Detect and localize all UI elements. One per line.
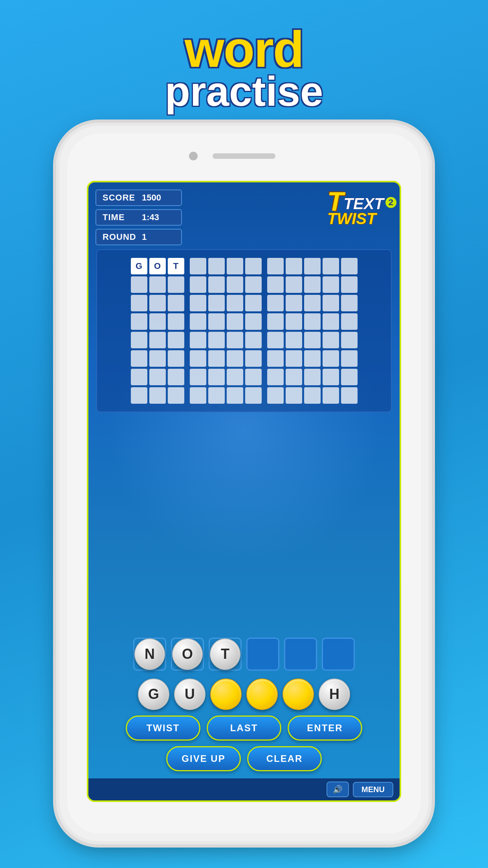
grid-cell: [267, 350, 284, 367]
grid-row: [267, 313, 358, 330]
word-slot-5[interactable]: [284, 638, 317, 671]
grid-row: [131, 350, 184, 367]
grid-cell: [267, 332, 284, 348]
grid-cell: [341, 276, 358, 293]
grid-row: [131, 313, 184, 330]
time-value: 1:43: [142, 212, 159, 223]
letter-n[interactable]: N: [134, 638, 165, 670]
btn-row-bottom: GIVE UP CLEAR: [96, 746, 392, 771]
grid-cell: [190, 295, 206, 311]
grid-cell: [341, 258, 358, 274]
bottom-bar: 🔊 MENU: [88, 778, 400, 800]
grid-cell: [149, 313, 166, 330]
phone-camera: [189, 152, 198, 160]
sound-button[interactable]: 🔊: [327, 782, 349, 797]
grid-row: [190, 387, 262, 404]
grid-col-5: [267, 258, 358, 404]
sound-icon: 🔊: [333, 785, 343, 794]
grid-cell: [341, 295, 358, 311]
word-slot-1[interactable]: N: [133, 638, 166, 671]
grid-cell: [304, 258, 321, 274]
dot-2[interactable]: [246, 679, 278, 710]
grid-row: [190, 350, 262, 367]
letter-h[interactable]: H: [319, 679, 350, 710]
grid-cell: [190, 387, 206, 404]
grid-row: [267, 387, 358, 404]
grid-cell: [245, 295, 262, 311]
grid-cell: [267, 295, 284, 311]
grid-row: [267, 258, 358, 274]
grid-cell: [149, 276, 166, 293]
grid-cell: [168, 313, 184, 330]
grid-cell: [304, 295, 321, 311]
grid-row: G O T: [131, 258, 184, 274]
grid-cell: [208, 276, 225, 293]
grid-cell: [267, 313, 284, 330]
game-screen: SCORE 1500 TIME 1:43 ROUND 1 T TEXT 2: [87, 181, 401, 802]
menu-button[interactable]: MENU: [353, 782, 393, 797]
grid-cell: [208, 350, 225, 367]
grid-cell: [227, 295, 243, 311]
grid-cell: [131, 387, 147, 404]
title-word: word: [165, 24, 323, 75]
twist-button[interactable]: TWIST: [126, 715, 200, 741]
bottom-letters: G U H: [96, 679, 392, 710]
grid-row: [131, 369, 184, 385]
letter-u[interactable]: U: [174, 679, 205, 710]
grid-cell: [323, 276, 339, 293]
grid-cell: [149, 387, 166, 404]
give-up-button[interactable]: GIVE UP: [166, 746, 241, 771]
grid-cell: [323, 332, 339, 348]
phone-speaker: [213, 153, 275, 159]
grid-cell: [245, 276, 262, 293]
round-row: ROUND 1: [95, 229, 182, 245]
word-grid: G O T: [96, 249, 392, 412]
grid-cell: [190, 350, 206, 367]
grid-cell: [245, 387, 262, 404]
grid-cell: [286, 387, 302, 404]
grid-cell: T: [168, 258, 184, 274]
logo-twist-text: TWIST: [327, 211, 376, 226]
grid-cell: [245, 258, 262, 274]
word-slot-6[interactable]: [322, 638, 355, 671]
grid-cell: [190, 369, 206, 385]
letter-g[interactable]: G: [138, 679, 169, 710]
word-slot-4[interactable]: [246, 638, 279, 671]
title-practise: practise: [165, 71, 323, 112]
grid-row: [131, 387, 184, 404]
grid-cell: [286, 350, 302, 367]
word-slot-2[interactable]: O: [171, 638, 204, 671]
word-grid-inner: G O T: [96, 249, 392, 412]
grid-cell: [208, 332, 225, 348]
letter-t[interactable]: T: [210, 638, 240, 670]
grid-cell: [245, 332, 262, 348]
enter-button[interactable]: ENTER: [288, 715, 362, 741]
grid-cell: [168, 350, 184, 367]
grid-cell: [227, 258, 243, 274]
grid-cell: [149, 295, 166, 311]
grid-cell: [131, 313, 147, 330]
grid-cell: [208, 295, 225, 311]
time-row: TIME 1:43: [95, 209, 182, 226]
title-area: word practise: [165, 24, 323, 112]
grid-cell: [286, 295, 302, 311]
grid-cell: [208, 369, 225, 385]
dot-3[interactable]: [283, 679, 314, 710]
grid-cell: [286, 276, 302, 293]
clear-button[interactable]: CLEAR: [247, 746, 322, 771]
grid-row: [190, 258, 262, 274]
grid-row: [267, 276, 358, 293]
grid-row: [131, 276, 184, 293]
game-logo: T TEXT 2 TWIST: [327, 188, 394, 223]
grid-cell: [245, 369, 262, 385]
word-slot-3[interactable]: T: [209, 638, 242, 671]
last-button[interactable]: LAST: [207, 715, 281, 741]
grid-cell: [190, 313, 206, 330]
grid-cell: [323, 313, 339, 330]
phone-frame: SCORE 1500 TIME 1:43 ROUND 1 T TEXT 2: [59, 126, 429, 841]
grid-cell: [131, 276, 147, 293]
letter-o[interactable]: O: [172, 638, 203, 670]
grid-col-3: G O T: [131, 258, 184, 404]
score-value: 1500: [142, 193, 161, 203]
dot-1[interactable]: [210, 679, 242, 710]
